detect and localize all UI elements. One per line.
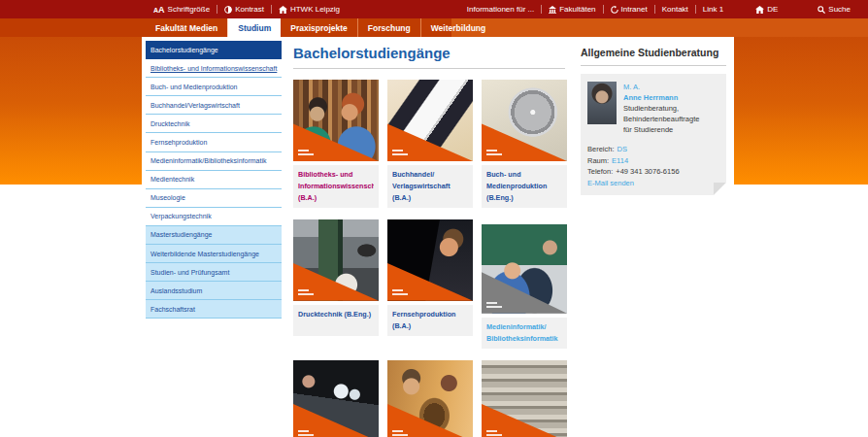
sidebar-item-label: Medientechnik [150, 176, 194, 183]
course-card-title[interactable]: Fernsehproduktion (B.A.) [392, 309, 468, 332]
htwk-home-link[interactable]: HTWK Leipzig [279, 5, 340, 14]
course-card[interactable] [482, 360, 567, 437]
link1[interactable]: Link 1 [703, 5, 723, 14]
course-card[interactable]: Buch- und Medienproduktion (B.Eng.) [482, 80, 567, 208]
course-card[interactable]: Buchhandel/​Verlagswirtschaft (B.A.) [387, 80, 473, 208]
faculty-brand-badge [293, 404, 379, 437]
contact-label: Kontakt [662, 5, 688, 14]
contact-portrait-photo [587, 82, 617, 124]
sidebar-item[interactable]: Masterstudiengänge [146, 226, 282, 245]
nav-tab[interactable]: Fakultät Medien [146, 18, 227, 37]
faculties-link[interactable]: Fakultäten [549, 5, 595, 14]
sidebar-item[interactable]: Medieninformatik/​Bibliotheksinformatik [146, 152, 282, 171]
contact-telefon-row: Telefon:+49 341 3076-6156 [587, 166, 719, 178]
sidebar-item-label: Buchhandel/​Verlagswirtschaft [150, 102, 240, 109]
faculty-brand-badge [482, 123, 567, 161]
course-card-image [293, 360, 379, 437]
search-control[interactable]: Suche [818, 5, 851, 14]
nav-tab[interactable]: Studium [227, 18, 281, 37]
course-card-title[interactable]: Bibliotheks- und Informationswissenschaf… [298, 169, 374, 204]
utility-right-group: Informationen für ... Fakultäten Intrane… [467, 5, 851, 14]
course-card[interactable] [293, 360, 379, 437]
font-size-label: Schriftgröße [168, 5, 211, 14]
contact-details: Bereich:DS Raum:E114 Telefon:+49 341 307… [587, 144, 719, 188]
contact-email-row: E-Mail senden [587, 178, 719, 189]
course-card-title-area: Fernsehproduktion (B.A.) [387, 305, 473, 336]
main-nav: Fakultät MedienStudiumPraxisprojekteFors… [0, 18, 868, 37]
contact-card: M. A. Anne Herrmann Studienberatung, Beh… [581, 74, 726, 195]
sidebar-item[interactable]: Bachelorstudiengänge [146, 41, 282, 59]
sidebar-item[interactable]: Fachschaftsrat [146, 300, 282, 319]
course-card-image [482, 360, 567, 437]
sidebar-item-label: Fernsehproduktion [150, 139, 207, 146]
sidebar-item[interactable]: Studien- und Prüfungsamt [146, 263, 282, 282]
nav-tab[interactable]: Forschung [357, 18, 420, 37]
language-home-icon [755, 6, 764, 14]
sidebar-item[interactable]: Verpackungstechnik [146, 208, 282, 226]
sidebar-item-label: Bibliotheks- und Informationswissenschaf… [150, 65, 277, 72]
course-card[interactable]: Fernsehproduktion (B.A.) [387, 219, 473, 336]
course-card-image [482, 224, 567, 314]
faculty-brand-badge [293, 263, 379, 301]
contact-degree: M. A. [623, 82, 699, 92]
raum-label: Raum: [587, 156, 609, 165]
course-card-image [293, 219, 379, 301]
course-card-title[interactable]: Buchhandel/​Verlagswirtschaft (B.A.) [392, 169, 468, 204]
faculties-icon [549, 6, 556, 14]
contact-name-link[interactable]: Anne Herrmann [623, 92, 699, 103]
sidebar-item[interactable]: Weiterbildende Masterstudiengänge [146, 245, 282, 263]
sidebar-item[interactable]: Fernsehproduktion [146, 133, 282, 151]
sidebar-item[interactable]: Auslandsstudium [146, 282, 282, 300]
divider [695, 5, 696, 14]
raum-value[interactable]: E114 [612, 156, 628, 165]
sidebar-item-label: Fachschaftsrat [150, 306, 195, 313]
course-card[interactable] [387, 360, 473, 437]
course-card[interactable]: Medieninformatik/​Bibliotheksinformatik [482, 224, 567, 349]
contact-role-line: Behindertenbeauftragte [623, 114, 699, 124]
nav-tab-label: Weiterbildung [431, 23, 486, 33]
sidebar-item-label: Auslandsstudium [150, 287, 202, 294]
font-size-icon: AA [153, 5, 165, 15]
course-card-image [387, 80, 473, 161]
sidebar-item-label: Museologie [150, 194, 185, 201]
intranet-link[interactable]: Intranet [611, 5, 648, 14]
sidebar-item[interactable]: Bibliotheks- und Informationswissenschaf… [146, 59, 282, 78]
nav-tab[interactable]: Weiterbildung [420, 18, 496, 37]
sidebar-item-label: Masterstudiengänge [150, 231, 212, 238]
faculty-brand-badge [482, 404, 567, 437]
sidebar-item[interactable]: Drucktechnik [146, 115, 282, 133]
course-card[interactable]: Bibliotheks- und Informationswissenschaf… [293, 80, 379, 208]
course-card-image [387, 219, 473, 301]
study-advice-aside: Allgemeine Studienberatung M. A. Anne He… [581, 47, 728, 195]
course-card-title[interactable]: Medieninformatik/​Bibliotheksinformatik [486, 321, 562, 345]
info-for-menu[interactable]: Informationen für ... [467, 5, 534, 14]
font-size-control[interactable]: AA Schriftgröße [153, 5, 210, 15]
contact-raum-row: Raum:E114 [587, 155, 719, 167]
page-title: Bachelorstudiengänge [293, 45, 577, 61]
language-label: DE [767, 5, 778, 14]
language-switch[interactable]: DE [755, 5, 778, 14]
faculty-brand-badge [482, 272, 567, 313]
sidebar-item[interactable]: Medientechnik [146, 171, 282, 189]
contact-link[interactable]: Kontakt [662, 5, 688, 14]
sidebar-item[interactable]: Buch- und Medienproduktion [146, 78, 282, 96]
nav-tab-label: Studium [238, 23, 271, 33]
email-link[interactable]: E-Mail senden [587, 178, 634, 189]
course-card-image [293, 80, 379, 161]
sidebar-menu: BachelorstudiengängeBibliotheks- und Inf… [146, 41, 282, 319]
sidebar-item[interactable]: Buchhandel/​Verlagswirtschaft [146, 96, 282, 115]
nav-tab-label: Praxisprojekte [290, 23, 348, 33]
bereich-value[interactable]: DS [618, 145, 627, 153]
faculty-brand-badge [387, 404, 473, 437]
course-sidebar: BachelorstudiengängeBibliotheks- und Inf… [146, 41, 282, 319]
course-card-title[interactable]: Buch- und Medienproduktion (B.Eng.) [486, 169, 562, 204]
nav-tab[interactable]: Praxisprojekte [281, 18, 357, 37]
link1-label: Link 1 [703, 5, 723, 14]
course-card-title[interactable]: Drucktechnik (B.Eng.) [298, 309, 374, 320]
sidebar-item[interactable]: Museologie [146, 189, 282, 208]
faculties-label: Fakultäten [559, 5, 595, 14]
contrast-control[interactable]: Kontrast [224, 5, 264, 14]
faculty-brand-badge [387, 123, 473, 161]
course-card[interactable]: Drucktechnik (B.Eng.) [293, 219, 379, 336]
utility-bar: AA Schriftgröße Kontrast HTWK Leipzig In… [0, 0, 868, 18]
